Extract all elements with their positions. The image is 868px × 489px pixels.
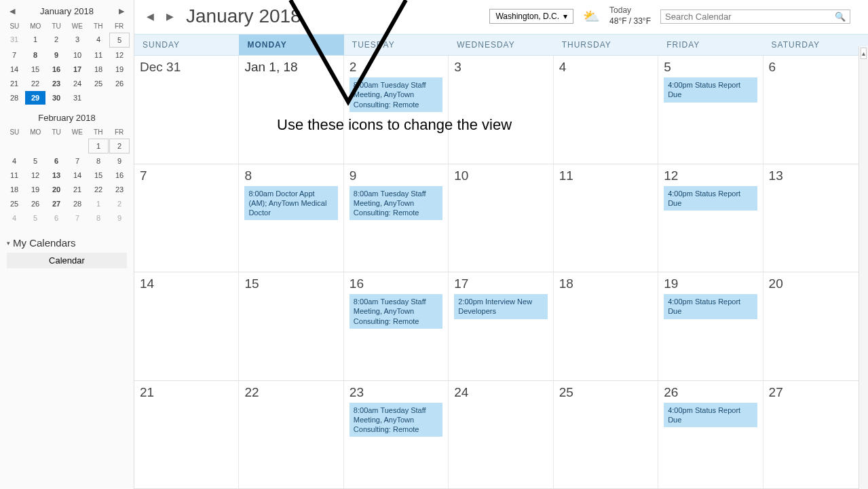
day-cell[interactable]: 20 — [763, 272, 868, 380]
mini-day[interactable]: 12 — [109, 48, 130, 62]
mini-day[interactable]: 4 — [4, 211, 24, 225]
day-cell[interactable]: 172:00pm Interview New Developers — [449, 272, 553, 380]
calendar-event[interactable]: 8:00am Tuesday Staff Meeting, AnyTown Co… — [350, 77, 442, 112]
day-cell[interactable]: 4 — [554, 56, 658, 164]
mini-day[interactable]: 28 — [4, 91, 24, 105]
calendar-event[interactable]: 2:00pm Interview New Developers — [454, 294, 547, 319]
next-month-icon[interactable]: ▶ — [164, 10, 176, 23]
mini-day[interactable]: 9 — [109, 154, 130, 168]
day-cell[interactable]: 11 — [554, 164, 658, 272]
mini-day[interactable]: 17 — [67, 62, 88, 76]
mini-day[interactable]: 6 — [46, 211, 67, 225]
mini-day[interactable]: 18 — [4, 183, 24, 196]
mini-day[interactable]: 11 — [88, 48, 109, 62]
day-cell[interactable]: 88:00am Doctor Appt (AM); AnyTown Medica… — [239, 164, 343, 272]
mini-day[interactable]: 14 — [4, 62, 24, 76]
mini-day[interactable]: 1 — [88, 139, 109, 153]
calendar-event[interactable]: 4:00pm Status Report Due — [664, 294, 757, 319]
mini-day[interactable]: 21 — [67, 183, 88, 196]
mini-day[interactable]: 8 — [88, 211, 109, 225]
scroll-up-icon[interactable]: ▴ — [861, 48, 867, 59]
calendar-event[interactable]: 8:00am Tuesday Staff Meeting, AnyTown Co… — [350, 186, 442, 221]
calendar-event[interactable]: 4:00pm Status Report Due — [664, 403, 757, 428]
mini-day[interactable] — [25, 139, 45, 153]
mini-day[interactable] — [46, 139, 67, 153]
mini-day[interactable]: 6 — [46, 154, 67, 168]
mini-day[interactable]: 5 — [25, 211, 45, 225]
day-cell[interactable]: 98:00am Tuesday Staff Meeting, AnyTown C… — [344, 164, 449, 272]
dow-header-saturday[interactable]: SATURDAY — [763, 35, 868, 55]
mini-day[interactable]: 27 — [46, 197, 67, 211]
mini-day[interactable]: 13 — [46, 168, 67, 182]
day-cell[interactable]: 168:00am Tuesday Staff Meeting, AnyTown … — [344, 272, 449, 380]
day-cell[interactable]: 13 — [763, 164, 868, 272]
mini-day[interactable]: 14 — [67, 168, 88, 182]
mini-day[interactable]: 2 — [46, 33, 67, 48]
day-cell[interactable]: 194:00pm Status Report Due — [658, 272, 763, 380]
day-cell[interactable]: 25 — [554, 381, 658, 489]
mini-day[interactable]: 19 — [25, 183, 45, 196]
mini-day[interactable]: 9 — [46, 48, 67, 62]
mini-day[interactable]: 22 — [25, 77, 45, 90]
dow-header-monday[interactable]: MONDAY — [239, 35, 343, 55]
dow-header-wednesday[interactable]: WEDNESDAY — [449, 35, 553, 55]
mini-day[interactable] — [4, 139, 24, 153]
calendar-list-item[interactable]: Calendar — [7, 253, 127, 268]
mini-day[interactable]: 4 — [4, 154, 24, 168]
prev-month-icon[interactable]: ◀ — [144, 10, 157, 23]
day-cell[interactable]: 22 — [239, 381, 343, 489]
mini-day[interactable]: 31 — [67, 91, 88, 105]
mini-day[interactable]: 1 — [25, 33, 45, 48]
dow-header-sunday[interactable]: SUNDAY — [134, 35, 239, 55]
scrollbar[interactable]: ▴ — [858, 46, 868, 489]
mini-day[interactable]: 15 — [25, 62, 45, 76]
mini-day[interactable]: 4 — [88, 33, 109, 48]
dow-header-friday[interactable]: FRIDAY — [658, 35, 763, 55]
mini-day[interactable]: 5 — [109, 33, 130, 48]
mini-day[interactable]: 30 — [46, 91, 67, 105]
mini-day[interactable]: 28 — [67, 197, 88, 211]
calendar-event[interactable]: 8:00am Tuesday Staff Meeting, AnyTown Co… — [350, 294, 442, 329]
day-cell[interactable]: Jan 1, 18 — [239, 56, 343, 164]
mini-day[interactable]: 2 — [109, 197, 130, 211]
mini-day[interactable]: 21 — [4, 77, 24, 90]
mini-day[interactable]: 7 — [4, 48, 24, 62]
calendar-event[interactable]: 8:00am Tuesday Staff Meeting, AnyTown Co… — [350, 403, 442, 437]
mini-next-icon[interactable]: ▶ — [115, 5, 128, 17]
dow-header-tuesday[interactable]: TUESDAY — [344, 35, 449, 55]
my-calendars-toggle[interactable]: ▾ My Calendars — [7, 237, 127, 249]
search-input[interactable] — [665, 12, 835, 22]
mini-day[interactable]: 26 — [109, 77, 130, 90]
mini-day[interactable]: 10 — [67, 48, 88, 62]
mini-day[interactable]: 3 — [67, 33, 88, 48]
day-cell[interactable]: 6 — [763, 56, 868, 164]
mini-day[interactable]: 5 — [25, 154, 45, 168]
day-cell[interactable]: 238:00am Tuesday Staff Meeting, AnyTown … — [344, 381, 449, 489]
mini-day[interactable]: 12 — [25, 168, 45, 182]
mini-day[interactable]: 29 — [25, 91, 45, 105]
mini-day[interactable]: 8 — [88, 154, 109, 168]
mini-day[interactable]: 19 — [109, 62, 130, 76]
mini-day[interactable]: 15 — [88, 168, 109, 182]
mini-day[interactable]: 26 — [25, 197, 45, 211]
mini-day[interactable]: 24 — [67, 77, 88, 90]
mini-day[interactable]: 18 — [88, 62, 109, 76]
mini-prev-icon[interactable]: ◀ — [5, 5, 19, 17]
day-cell[interactable]: 27 — [763, 381, 868, 489]
day-cell[interactable]: 264:00pm Status Report Due — [658, 381, 763, 489]
day-cell[interactable]: 15 — [239, 272, 343, 380]
mini-day[interactable]: 1 — [88, 197, 109, 211]
location-dropdown[interactable]: Washington, D.C. ▾ — [489, 9, 573, 24]
day-cell[interactable]: 28:00am Tuesday Staff Meeting, AnyTown C… — [344, 56, 449, 164]
mini-day[interactable]: 31 — [4, 33, 24, 48]
mini-day[interactable] — [109, 91, 130, 105]
mini-day[interactable]: 7 — [67, 154, 88, 168]
search-box[interactable]: 🔍 — [660, 10, 850, 24]
mini-day[interactable] — [88, 91, 109, 105]
mini-day[interactable] — [67, 139, 88, 153]
mini-day[interactable]: 8 — [25, 48, 45, 62]
mini-day[interactable]: 7 — [67, 211, 88, 225]
mini-day[interactable]: 23 — [46, 77, 67, 90]
day-cell[interactable]: 24 — [449, 381, 553, 489]
day-cell[interactable]: 3 — [449, 56, 553, 164]
